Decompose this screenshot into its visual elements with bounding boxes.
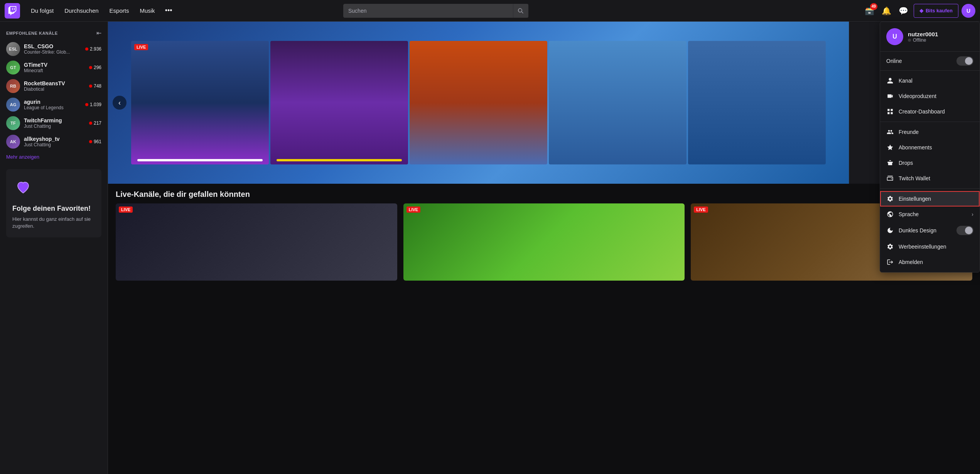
dropdown-item-abmelden[interactable]: Abmelden: [880, 254, 980, 270]
treasury-button[interactable]: 🗃️ 49: [863, 4, 877, 18]
dropdown-status: Offline: [908, 37, 938, 43]
topnav: Du folgst Durchsuchen Esports Musik ••• …: [0, 0, 980, 22]
channel-info-esl: ESL_CSGO Counter-Strike: Glob...: [24, 43, 81, 55]
channel-item-farming[interactable]: TF TwitchFarming Just Chatting 217: [0, 114, 108, 132]
dark-mode-toggle-thumb: [965, 227, 973, 234]
sidebar-collapse-button[interactable]: ⇤: [96, 29, 101, 37]
channel-item-esl[interactable]: ESL ESL_CSGO Counter-Strike: Glob... 2.9…: [0, 40, 108, 58]
live-badge-card-1: LIVE: [407, 207, 420, 213]
channel-avatar-farming: TF: [6, 116, 20, 130]
dropdown-item-drops[interactable]: Drops: [880, 155, 980, 171]
svg-rect-4: [891, 112, 893, 114]
bits-icon: ◆: [919, 8, 923, 14]
video-prev-button[interactable]: ‹: [113, 96, 127, 110]
dropdown-label-drops: Drops: [899, 160, 973, 166]
channel-info-rocket: RocketBeansTV Diabotical: [24, 80, 85, 92]
channel-viewers-rocket: 748: [89, 83, 101, 89]
recommended-cards-row: LIVE LIVE LIVE: [108, 203, 980, 288]
channel-item-agurin[interactable]: AG agurin League of Legends 1.039: [0, 95, 108, 114]
live-dot-agurin: [85, 103, 88, 106]
dark-mode-toggle[interactable]: [956, 226, 973, 235]
channel-item-rocket[interactable]: RB RocketBeansTV Diabotical 748: [0, 77, 108, 95]
dropdown-label-kanal: Kanal: [899, 78, 973, 84]
dropdown-label-twitch-wallet: Twitch Wallet: [899, 175, 973, 181]
channel-info-agurin: agurin League of Legends: [24, 99, 81, 110]
nav-du-folgst[interactable]: Du folgst: [26, 4, 58, 17]
channel-item-gtime[interactable]: GT GTimeTV Minecraft 296: [0, 58, 108, 77]
channel-game-esl: Counter-Strike: Glob...: [24, 49, 81, 55]
friends-icon: [886, 128, 894, 136]
search-bar: [343, 4, 528, 18]
dropdown-item-einstellungen[interactable]: Einstellungen: [880, 191, 980, 207]
dropdown-item-videoproduzent[interactable]: Videoproduzent: [880, 88, 980, 104]
live-dot-gtime: [89, 66, 92, 69]
settings-icon: [886, 195, 894, 203]
stream-card-1[interactable]: LIVE: [403, 203, 685, 281]
recommended-section-title: Live-Kanäle, die dir gefallen könnten: [116, 190, 972, 199]
online-toggle[interactable]: [956, 56, 973, 66]
dropdown-item-creator-dashboard[interactable]: Creator-Dashboard: [880, 104, 980, 119]
dropdown-label-sprache: Sprache: [899, 211, 967, 217]
svg-rect-2: [891, 109, 893, 111]
search-input[interactable]: [343, 4, 528, 18]
wallet-icon: [886, 174, 894, 182]
channel-info-gtime: GTimeTV Minecraft: [24, 62, 85, 73]
live-badge-0: LIVE: [134, 44, 148, 50]
twitch-logo[interactable]: [5, 3, 20, 19]
gift-icon: [886, 159, 894, 167]
live-badge-card-2: LIVE: [694, 207, 708, 213]
dropdown-item-werbeeinstellungen[interactable]: Werbeeinstellungen: [880, 239, 980, 254]
dropdown-label-dark-mode: Dunkles Design: [899, 227, 952, 234]
dropdown-user-avatar: U: [886, 28, 903, 45]
follow-box: Folge deinen Favoriten! Hier kannst du g…: [6, 169, 101, 237]
chevron-right-icon: ›: [972, 211, 973, 217]
nav-durchsuchen[interactable]: Durchsuchen: [60, 4, 103, 17]
nav-more-button[interactable]: •••: [161, 3, 176, 18]
channel-viewers-agurin: 1.039: [85, 102, 101, 107]
person-icon: [886, 77, 894, 85]
channel-item-allkey[interactable]: AK allkeyshop_tv Just Chatting 961: [0, 132, 108, 151]
nav-esports[interactable]: Esports: [105, 4, 134, 17]
user-avatar-button[interactable]: U: [961, 4, 975, 18]
bits-kaufen-button[interactable]: ◆ Bits kaufen: [914, 4, 958, 18]
dropdown-group-1: Kanal Videoproduzent Creator-Dashboard: [880, 71, 980, 122]
sidebar-section-title: EMPFOHLENE KANÄLE: [6, 31, 58, 36]
dropdown-online-row[interactable]: Online: [880, 52, 980, 71]
dropdown-item-freunde[interactable]: Freunde: [880, 124, 980, 140]
video-section: ‹ LIVE: [108, 22, 980, 184]
live-dot-allkey: [89, 140, 92, 143]
svg-rect-5: [887, 162, 893, 163]
dropdown-item-dark-mode[interactable]: Dunkles Design: [880, 222, 980, 239]
channel-name-farming: TwitchFarming: [24, 117, 85, 124]
chat-button[interactable]: 💬: [897, 4, 911, 18]
channel-game-rocket: Diabotical: [24, 86, 85, 92]
channel-game-agurin: League of Legends: [24, 105, 81, 110]
svg-rect-3: [887, 112, 889, 114]
toggle-thumb: [965, 57, 973, 65]
globe-icon: [886, 210, 894, 218]
dropdown-item-sprache[interactable]: Sprache ›: [880, 207, 980, 222]
mehr-anzeigen-link[interactable]: Mehr anzeigen: [0, 151, 108, 163]
live-badge-card-0: LIVE: [119, 207, 133, 213]
video-player[interactable]: ‹ LIVE: [108, 22, 849, 184]
dropdown-item-kanal[interactable]: Kanal: [880, 73, 980, 88]
dropdown-label-freunde: Freunde: [899, 129, 973, 135]
sidebar: EMPFOHLENE KANÄLE ⇤ ESL ESL_CSGO Counter…: [0, 22, 108, 474]
channel-viewers-esl: 2.936: [85, 46, 101, 52]
channel-name-allkey: allkeyshop_tv: [24, 136, 85, 142]
search-submit-button[interactable]: [513, 4, 528, 18]
dropdown-item-twitch-wallet[interactable]: Twitch Wallet: [880, 171, 980, 186]
channel-avatar-agurin: AG: [6, 98, 20, 112]
nav-musik[interactable]: Musik: [135, 4, 159, 17]
channel-avatar-esl: ESL: [6, 42, 20, 56]
dropdown-item-abonnements[interactable]: Abonnements: [880, 140, 980, 155]
dropdown-user-header: U nutzer0001 Offline: [880, 22, 980, 52]
star-icon: [886, 144, 894, 151]
main-content: ‹ LIVE: [108, 22, 980, 474]
notifications-button[interactable]: 🔔: [880, 4, 894, 18]
offline-dot-icon: [908, 39, 911, 42]
chat-icon: 💬: [899, 6, 908, 15]
stream-card-0[interactable]: LIVE: [116, 203, 397, 281]
logout-icon: [886, 258, 894, 266]
dropdown-label-werbeeinstellungen: Werbeeinstellungen: [899, 244, 973, 250]
